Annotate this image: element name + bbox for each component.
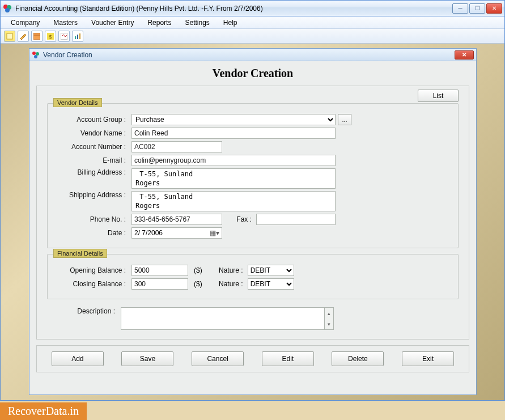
- form-panel: List Vendor Details Account Group : Purc…: [36, 86, 469, 340]
- svg-point-14: [34, 55, 37, 58]
- maximize-button[interactable]: ☐: [469, 3, 485, 14]
- window-title: Financial Accounting (Standard Edition) …: [15, 5, 452, 12]
- opening-balance-input[interactable]: [131, 265, 188, 276]
- date-value: 2/ 7/2006: [134, 229, 163, 237]
- close-button[interactable]: ✕: [486, 3, 502, 14]
- inner-title: Vendor Creation: [43, 51, 455, 59]
- button-bar: Add Save Cancel Edit Delete Exit: [36, 345, 469, 372]
- closing-balance-label: Closing Balance :: [58, 280, 131, 288]
- inner-body: Vendor Creation List Vendor Details Acco…: [29, 61, 476, 394]
- description-label: Description :: [47, 307, 121, 315]
- menu-help[interactable]: Help: [217, 18, 244, 28]
- billing-address-input[interactable]: T-55, Sunland Rogers: [131, 168, 336, 189]
- scroll-up-icon[interactable]: ▴: [325, 308, 333, 319]
- svg-rect-10: [77, 35, 78, 39]
- svg-rect-4: [33, 33, 40, 40]
- account-number-label: Account Number :: [58, 143, 131, 151]
- fax-label: Fax :: [222, 215, 256, 223]
- app-icon: [3, 4, 12, 13]
- inner-titlebar: Vendor Creation ✕: [29, 49, 476, 61]
- description-row: Description : ▴ ▾: [47, 307, 459, 330]
- add-button[interactable]: Add: [52, 351, 104, 366]
- menu-reports[interactable]: Reports: [141, 18, 178, 28]
- financial-details-legend: Financial Details: [53, 249, 107, 258]
- date-label: Date :: [58, 229, 131, 237]
- menu-settings[interactable]: Settings: [178, 18, 216, 28]
- content-area: Vendor Creation ✕ Vendor Creation List V…: [1, 44, 504, 400]
- account-group-select[interactable]: Purchase: [131, 114, 336, 125]
- vendor-creation-window: Vendor Creation ✕ Vendor Creation List V…: [29, 48, 477, 395]
- toolbar-new-icon[interactable]: [4, 31, 15, 42]
- fax-input[interactable]: [256, 214, 336, 225]
- account-group-browse-button[interactable]: ...: [338, 114, 351, 125]
- toolbar: $: [1, 29, 504, 44]
- minimize-button[interactable]: ─: [452, 3, 468, 14]
- shipping-address-input[interactable]: T-55, Sunland Rogers: [131, 191, 336, 211]
- inner-close-button[interactable]: ✕: [455, 50, 474, 60]
- watermark: RecoverData.in: [0, 402, 87, 420]
- edit-button[interactable]: Edit: [262, 351, 314, 366]
- description-scrollbar[interactable]: ▴ ▾: [325, 307, 334, 330]
- delete-button[interactable]: Delete: [332, 351, 384, 366]
- svg-point-2: [5, 8, 10, 12]
- scroll-down-icon[interactable]: ▾: [325, 319, 333, 329]
- email-input[interactable]: [131, 155, 336, 166]
- page-title: Vendor Creation: [36, 67, 469, 80]
- financial-details-group: Financial Details Opening Balance : ($) …: [47, 254, 459, 299]
- opening-currency-label: ($): [188, 266, 208, 274]
- main-titlebar: Financial Accounting (Standard Edition) …: [1, 1, 504, 16]
- date-input[interactable]: 2/ 7/2006 ▦▾: [131, 227, 222, 239]
- svg-rect-11: [79, 33, 80, 39]
- calendar-dropdown-icon[interactable]: ▦▾: [210, 229, 219, 237]
- svg-rect-3: [7, 33, 12, 39]
- cancel-button[interactable]: Cancel: [192, 351, 244, 366]
- save-button[interactable]: Save: [121, 351, 173, 366]
- menu-company[interactable]: Company: [4, 18, 46, 28]
- menu-masters[interactable]: Masters: [46, 18, 84, 28]
- billing-address-label: Billing Address :: [58, 168, 131, 176]
- toolbar-report-icon[interactable]: [58, 31, 70, 42]
- toolbar-edit-icon[interactable]: [18, 31, 29, 42]
- account-group-label: Account Group :: [58, 116, 131, 124]
- opening-nature-label: Nature :: [208, 266, 248, 274]
- toolbar-currency-icon[interactable]: $: [45, 31, 56, 42]
- main-window: Financial Accounting (Standard Edition) …: [0, 0, 505, 401]
- svg-point-12: [32, 52, 36, 55]
- phone-input[interactable]: [131, 214, 222, 225]
- svg-point-13: [36, 52, 39, 56]
- closing-nature-label: Nature :: [208, 280, 248, 288]
- exit-button[interactable]: Exit: [402, 351, 454, 366]
- list-button[interactable]: List: [418, 90, 459, 102]
- menu-voucher-entry[interactable]: Voucher Entry: [84, 18, 141, 28]
- window-controls: ─ ☐ ✕: [452, 3, 502, 14]
- vendor-name-input[interactable]: [131, 128, 336, 139]
- closing-currency-label: ($): [188, 280, 208, 288]
- closing-balance-input[interactable]: [131, 278, 188, 290]
- toolbar-chart-icon[interactable]: [72, 31, 83, 42]
- dialog-icon: [32, 51, 40, 59]
- vendor-details-legend: Vendor Details: [53, 98, 102, 107]
- phone-label: Phone No. :: [58, 215, 131, 223]
- opening-balance-label: Opening Balance :: [58, 266, 131, 274]
- shipping-address-label: Shipping Address :: [58, 191, 131, 199]
- email-label: E-mail :: [58, 156, 131, 164]
- opening-nature-select[interactable]: DEBIT: [248, 265, 294, 276]
- toolbar-calendar-icon[interactable]: [31, 31, 43, 42]
- menubar: Company Masters Voucher Entry Reports Se…: [1, 16, 504, 29]
- vendor-details-group: Vendor Details Account Group : Purchase …: [47, 103, 459, 248]
- svg-text:$: $: [49, 34, 52, 40]
- svg-rect-9: [75, 36, 76, 39]
- description-input[interactable]: [121, 307, 325, 330]
- closing-nature-select[interactable]: DEBIT: [248, 278, 294, 290]
- account-number-input[interactable]: [131, 141, 222, 152]
- svg-rect-8: [61, 33, 67, 40]
- vendor-name-label: Vendor Name :: [58, 129, 131, 137]
